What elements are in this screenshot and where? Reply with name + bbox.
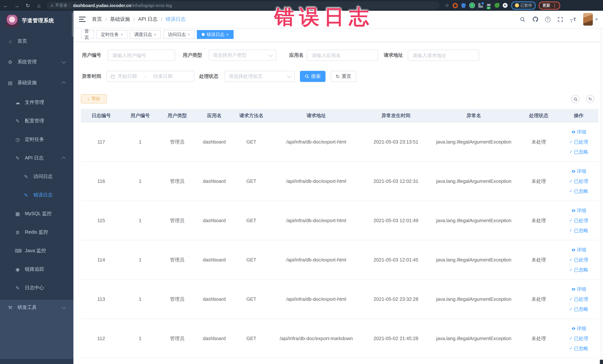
close-tab-icon[interactable]: ×: [226, 32, 229, 37]
close-tab-icon[interactable]: ×: [121, 32, 123, 37]
sidebar-scrollbar-thumb[interactable]: [72, 12, 73, 37]
action-详细[interactable]: 详细: [571, 129, 586, 135]
action-已忽略[interactable]: ✓已忽略: [569, 149, 588, 155]
log-edit-icon: ✎: [23, 174, 29, 179]
sidebar-item-Java 监控[interactable]: ⌨Java 监控: [0, 241, 73, 260]
sidebar-logo-row[interactable]: 芋道管理系统: [0, 11, 73, 31]
extension-grid-icon[interactable]: [478, 3, 483, 8]
breadcrumb-item[interactable]: 基础设施: [110, 16, 130, 23]
action-已忽略[interactable]: ✓已忽略: [569, 188, 588, 195]
fullscreen-icon[interactable]: [554, 16, 567, 22]
process-status-select[interactable]: 请选择处理状态: [225, 71, 295, 82]
trace-eye-icon: ◉: [15, 267, 20, 272]
not-secure-label[interactable]: 不安全: [55, 3, 68, 8]
check-icon: ✓: [569, 336, 573, 341]
sidebar-item-label: 错误日志: [33, 192, 53, 199]
address-bar[interactable]: ⚠ 不安全 dashboard.yudao.iocoder.cn/infra/l…: [47, 1, 440, 9]
sidebar-item-链路追踪[interactable]: ◉链路追踪: [0, 260, 73, 279]
sidebar-item-日志中心[interactable]: ✎日志中心: [0, 279, 73, 297]
search-button[interactable]: 搜索: [300, 71, 325, 82]
help-icon[interactable]: ?: [542, 16, 554, 22]
sidebar-item-首页[interactable]: ⌂首页: [0, 31, 73, 52]
sidebar-item-Redis 监控[interactable]: ≣Redis 监控: [0, 223, 73, 241]
toggle-search-button[interactable]: [571, 95, 580, 103]
action-已忽略[interactable]: ✓已忽略: [569, 227, 588, 234]
avatar[interactable]: [583, 13, 593, 26]
extension-orange-ring-icon[interactable]: [452, 3, 458, 8]
action-label: 已忽略: [574, 149, 588, 155]
refresh-table-button[interactable]: ↻: [586, 95, 594, 103]
action-已处理[interactable]: ✓已处理: [569, 217, 588, 224]
action-已处理[interactable]: ✓已处理: [569, 296, 588, 303]
tab-首页[interactable]: 首页: [81, 30, 94, 39]
action-已处理[interactable]: ✓已处理: [569, 335, 588, 342]
breadcrumb-item[interactable]: 首页: [92, 16, 102, 23]
reset-button[interactable]: ↻ 重置: [331, 71, 356, 82]
close-tab-icon[interactable]: ×: [188, 32, 190, 37]
action-label: 已忽略: [574, 306, 588, 312]
sidebar-item-错误日志[interactable]: ✎错误日志: [0, 186, 73, 204]
sidebar-item-访问日志[interactable]: ✎访问日志: [0, 167, 73, 186]
action-已忽略[interactable]: ✓已忽略: [569, 267, 588, 273]
date-range-picker[interactable]: 开始日期 - 结束日期: [106, 71, 194, 82]
chevron-down-icon[interactable]: [595, 18, 598, 20]
browser-forward-icon[interactable]: →: [11, 2, 22, 8]
bookmark-star-icon[interactable]: ☆: [445, 3, 449, 8]
cell-exception: java.lang.IllegalArgumentException: [429, 280, 518, 318]
sidebar-item-API 日志[interactable]: ✎API 日志: [0, 149, 73, 167]
search-icon: [305, 74, 309, 79]
action-label: 已处理: [574, 217, 588, 224]
browser-home-icon[interactable]: ⌂: [33, 2, 45, 8]
action-详细[interactable]: 详细: [571, 168, 586, 175]
action-详细[interactable]: 详细: [571, 247, 586, 253]
action-label: 详细: [577, 286, 586, 293]
tab-定时任务[interactable]: 定时任务×: [96, 30, 128, 39]
breadcrumb-item[interactable]: API 日志: [138, 16, 158, 23]
cell-user_id: 1: [122, 319, 159, 358]
github-icon[interactable]: [529, 16, 542, 22]
sidebar-item-基础设施[interactable]: ▤基础设施: [0, 72, 73, 93]
extension-shield-icon[interactable]: [461, 3, 466, 8]
request-url-input[interactable]: [412, 52, 475, 59]
user-id-input[interactable]: [112, 52, 171, 59]
check-icon: ✓: [569, 218, 573, 223]
browser-back-icon[interactable]: ←: [0, 2, 11, 8]
tab-错误日志[interactable]: 错误日志×: [197, 30, 233, 39]
extension-leaf-icon[interactable]: [494, 3, 499, 8]
action-已处理[interactable]: ✓已处理: [569, 139, 588, 145]
user-type-select[interactable]: 请选择用户类型: [209, 50, 276, 61]
action-已处理[interactable]: ✓已处理: [569, 257, 588, 263]
action-已处理[interactable]: ✓已处理: [569, 178, 588, 185]
close-tab-icon[interactable]: ×: [154, 32, 156, 37]
extension-on-icon[interactable]: on: [486, 3, 491, 8]
tab-调度日志[interactable]: 调度日志×: [130, 30, 161, 39]
content: 用户编号 用户类型 请选择用户类型 应用名 请求地址 异常时间 开始日期: [73, 42, 603, 364]
app-name-input[interactable]: [311, 52, 374, 59]
search-icon[interactable]: [516, 16, 529, 22]
page-scrollbar[interactable]: [600, 11, 603, 364]
tab-访问日志[interactable]: 访问日志×: [163, 30, 195, 39]
sidebar-item-MySQL 监控[interactable]: ▦MySQL 监控: [0, 204, 73, 223]
browser-update-button[interactable]: 更新 ⋮: [539, 1, 560, 10]
cell-user_type: 管理员: [159, 122, 196, 161]
paused-extension-badge[interactable]: 已暂停: [511, 1, 536, 10]
action-详细[interactable]: 详细: [571, 286, 586, 293]
action-已忽略[interactable]: ✓已忽略: [569, 345, 588, 352]
sidebar-item-研发工具[interactable]: ⚒研发工具: [0, 297, 73, 318]
cell-exception: java.lang.IllegalArgumentException: [429, 162, 518, 201]
sidebar-item-定时任务[interactable]: ◷定时任务: [0, 130, 73, 149]
browser-reload-icon[interactable]: ↻: [22, 2, 33, 8]
action-详细[interactable]: 详细: [571, 207, 586, 214]
cell-id: 117: [81, 122, 122, 161]
export-button[interactable]: ↓ 导出: [81, 94, 107, 104]
font-size-icon[interactable]: ┬T: [567, 16, 579, 22]
sidebar-item-文件管理[interactable]: ☁文件管理: [0, 93, 73, 112]
extension-green-icon[interactable]: V: [469, 3, 475, 8]
sidebar-item-系统管理[interactable]: ⚙系统管理: [0, 52, 73, 72]
action-详细[interactable]: 详细: [571, 325, 586, 332]
sidebar-item-配置管理[interactable]: ✎配置管理: [0, 112, 73, 130]
action-已忽略[interactable]: ✓已忽略: [569, 306, 588, 312]
sidebar-toggle-icon[interactable]: [79, 17, 86, 22]
extension-puzzle-icon[interactable]: ✱: [502, 3, 507, 8]
browser-menu-kebab-icon[interactable]: ⋮: [552, 3, 557, 8]
